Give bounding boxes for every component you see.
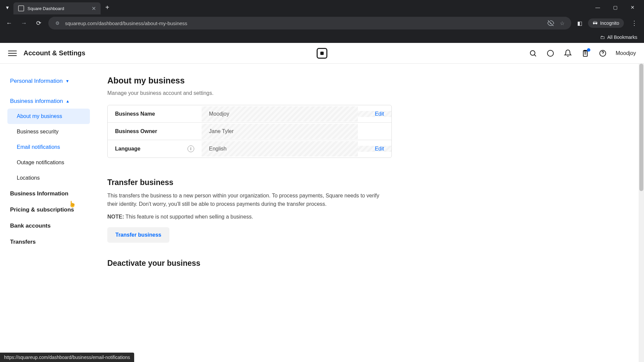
close-window-button[interactable]: ✕ (628, 3, 637, 12)
section-title: About my business (107, 76, 389, 85)
transfer-note: NOTE: This feature is not supported when… (107, 214, 389, 220)
url-text: squareup.com/dashboard/business/about-my… (65, 20, 543, 26)
new-tab-button[interactable]: + (102, 2, 113, 13)
sidebar-group-business[interactable]: Business information ▲ (0, 94, 94, 109)
back-button[interactable]: ← (4, 18, 14, 28)
browser-chrome: ▾ Square Dashboard ✕ + ― ▢ ✕ ← → ⟳ ⚙ squ… (0, 0, 644, 43)
minimize-button[interactable]: ― (593, 3, 602, 12)
hamburger-menu-icon[interactable] (8, 49, 17, 58)
row-label: Business Name (108, 106, 202, 122)
deactivate-title: Deactivate your business (107, 259, 389, 268)
clipboard-icon[interactable] (581, 49, 590, 58)
user-menu[interactable]: Moodjoy (616, 50, 636, 56)
tab-bar: ▾ Square Dashboard ✕ + ― ▢ ✕ (0, 0, 644, 15)
sidebar-item-bank[interactable]: Bank accounts (0, 218, 94, 234)
business-info-table: Business Name Moodjoy Edit Business Owne… (107, 105, 392, 158)
sidebar-item-transfers[interactable]: Transfers (0, 234, 94, 250)
site-info-icon[interactable]: ⚙ (54, 19, 61, 27)
table-row-name: Business Name Moodjoy Edit (108, 105, 391, 123)
bookmarks-bar: 🗀 All Bookmarks (0, 32, 644, 43)
sidebar-group-personal[interactable]: Personal Information ▼ (0, 74, 94, 88)
sidebar-item-locations[interactable]: Locations (3, 170, 94, 186)
maximize-button[interactable]: ▢ (610, 3, 620, 12)
row-value: Moodjoy (202, 106, 358, 122)
side-panel-icon[interactable]: ◧ (576, 19, 583, 27)
sidebar-item-about[interactable]: About my business (7, 109, 90, 124)
section-subtitle: Manage your business account and setting… (107, 90, 389, 96)
address-bar-row: ← → ⟳ ⚙ squareup.com/dashboard/business/… (0, 15, 644, 32)
address-bar[interactable]: ⚙ squareup.com/dashboard/business/about-… (48, 17, 571, 29)
sidebar-item-security[interactable]: Business security (3, 124, 94, 139)
sidebar-group-label: Business information (10, 98, 63, 105)
table-row-owner: Business Owner Jane Tyler (108, 123, 391, 140)
edit-name-link[interactable]: Edit (358, 111, 391, 117)
bell-icon[interactable] (564, 49, 572, 58)
chevron-up-icon: ▲ (66, 99, 70, 104)
tabs-dropdown[interactable]: ▾ (3, 3, 12, 12)
header-actions: Moodjoy (529, 49, 636, 58)
transfer-section: Transfer business This transfers the bus… (107, 178, 389, 243)
visibility-off-icon[interactable] (547, 19, 554, 27)
deactivate-section: Deactivate your business (107, 259, 389, 268)
chevron-down-icon: ▼ (65, 79, 69, 83)
forward-button[interactable]: → (19, 18, 29, 28)
svg-point-0 (530, 51, 535, 55)
incognito-label: Incognito (600, 20, 619, 26)
note-text: This feature is not supported when selli… (124, 214, 253, 220)
sidebar-subitems: About my business Business security Emai… (0, 109, 94, 186)
sidebar-item-business-info[interactable]: Business Information (0, 186, 94, 202)
browser-menu-button[interactable]: ⋮ (629, 19, 640, 27)
sidebar-item-outage[interactable]: Outage notifications (3, 155, 94, 170)
transfer-description: This transfers the business to a new per… (107, 192, 382, 208)
close-tab-icon[interactable]: ✕ (92, 5, 96, 12)
scrollbar-thumb[interactable] (639, 64, 643, 191)
sidebar-item-pricing[interactable]: Pricing & subscriptions (0, 202, 94, 218)
app-header: Account & Settings Moodjoy (0, 43, 644, 64)
window-controls: ― ▢ ✕ (593, 3, 641, 12)
browser-tab[interactable]: Square Dashboard ✕ (13, 2, 101, 14)
sidebar: Personal Information ▼ Business informat… (0, 64, 94, 362)
bookmark-star-icon[interactable]: ☆ (558, 19, 566, 27)
chat-icon[interactable] (546, 49, 555, 58)
help-icon[interactable] (598, 49, 607, 58)
row-label: Language i (108, 141, 202, 157)
square-logo[interactable] (317, 48, 327, 59)
page-body: Personal Information ▼ Business informat… (0, 64, 644, 362)
transfer-title: Transfer business (107, 178, 389, 187)
search-icon[interactable] (529, 49, 537, 58)
incognito-icon: 🕶 (593, 20, 597, 26)
main-content: About my business Manage your business a… (94, 64, 402, 362)
square-favicon (18, 5, 24, 11)
row-label: Business Owner (108, 124, 202, 139)
edit-language-link[interactable]: Edit (358, 146, 391, 152)
reload-button[interactable]: ⟳ (34, 18, 44, 28)
sidebar-group-label: Personal Information (10, 78, 63, 84)
all-bookmarks-link[interactable]: All Bookmarks (607, 35, 637, 40)
folder-icon: 🗀 (600, 35, 605, 40)
row-value: English (202, 141, 358, 157)
table-row-language: Language i English Edit (108, 140, 391, 158)
row-label-text: Language (115, 146, 141, 152)
incognito-indicator[interactable]: 🕶 Incognito (588, 18, 624, 28)
sidebar-item-email[interactable]: Email notifications (3, 139, 94, 155)
transfer-business-button[interactable]: Transfer business (107, 227, 169, 243)
page-title: Account & Settings (23, 49, 85, 57)
status-bar: https://squareup.com/dashboard/business/… (0, 353, 134, 362)
note-label: NOTE: (107, 214, 124, 220)
info-icon[interactable]: i (187, 145, 194, 152)
notification-dot (587, 48, 590, 52)
tab-title: Square Dashboard (28, 6, 64, 11)
row-value: Jane Tyler (202, 124, 358, 139)
